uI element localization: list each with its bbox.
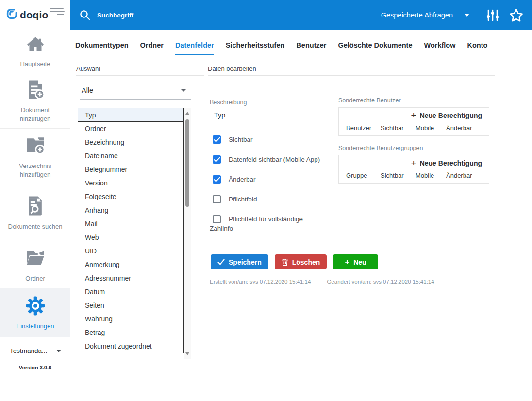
scroll-down-icon[interactable] <box>185 352 189 355</box>
search-icon <box>79 9 91 21</box>
new-permission-label: Neue Berechtigung <box>420 112 482 119</box>
description-label: Beschreibung <box>210 99 247 106</box>
panel-sonderrechte-benutzer: Sonderrechte Benutzer+Neue BerechtigungB… <box>338 97 489 136</box>
list-item-seiten[interactable]: Seiten <box>78 299 183 312</box>
list-item-folgeseite[interactable]: Folgeseite <box>78 190 183 203</box>
tab-sicherheitsstufen[interactable]: Sicherheitsstufen <box>226 41 285 55</box>
checkbox-sichtbar[interactable] <box>213 135 221 144</box>
list-item-anmerkung[interactable]: Anmerkung <box>78 258 183 271</box>
tab-dokumenttypen[interactable]: Dokumenttypen <box>75 41 129 55</box>
modified-meta: Geändert von/am: sys 07.12.2020 15:41:14 <box>327 279 434 284</box>
column-header-row: BenutzerSichtbarMobileÄnderbar <box>346 124 482 132</box>
sidebar-item-hauptseite[interactable]: Hauptseite <box>0 30 70 73</box>
column-header-mobile: Mobile <box>416 172 446 179</box>
new-permission-label: Neue Berechtigung <box>420 159 482 167</box>
divider <box>208 75 495 76</box>
sidebar: HauptseiteDokument hinzufügenVerzeichnis… <box>0 30 70 401</box>
sidebar-item-dokument-hinzufuegen[interactable]: Dokument hinzufügen <box>0 73 70 129</box>
list-item-uid[interactable]: UID <box>78 244 183 258</box>
list-item-bezeichnung[interactable]: Bezeichnung <box>78 135 183 149</box>
document-search-icon <box>24 195 47 219</box>
logo-text: doqio <box>20 9 49 21</box>
tab-ordner[interactable]: Ordner <box>140 41 164 55</box>
section-title-auswahl: Auswahl <box>76 65 100 72</box>
checkbox-row-datenfeld-sichtbar-mobile-app: Datenfeld sichtbar (Mobile App) <box>210 155 326 164</box>
save-button[interactable]: Speichern <box>211 254 268 269</box>
tab-konto[interactable]: Konto <box>467 41 488 55</box>
search-input[interactable] <box>97 12 243 19</box>
description-input[interactable]: Typ <box>214 111 225 119</box>
trash-icon <box>282 258 288 266</box>
checkbox-label: Pflichtfeld <box>229 196 257 203</box>
logo-area: doqio <box>0 0 70 30</box>
tenant-select[interactable]: Testmanda... <box>6 347 64 359</box>
sidebar-item-dokumente-suchen[interactable]: Dokumente suchen <box>0 184 70 241</box>
sidebar-item-ordner[interactable]: Ordner <box>0 241 70 288</box>
tab-benutzer[interactable]: Benutzer <box>296 41 326 55</box>
panel-title: Sonderrechte Benutzer <box>338 97 489 104</box>
checkbox-pflichtfeld[interactable] <box>213 195 221 203</box>
list-item-mail[interactable]: Mail <box>78 217 183 231</box>
topbar: Gespeicherte Abfragen <box>70 0 532 30</box>
home-icon <box>25 35 46 56</box>
gear-icon <box>25 295 46 318</box>
column-header-aenderbar: Änderbar <box>446 172 472 179</box>
list-item-betrag[interactable]: Betrag <box>78 326 183 339</box>
delete-button[interactable]: Löschen <box>275 254 327 269</box>
list-item-belegnummer[interactable]: Belegnummer <box>78 163 183 176</box>
checkbox-pflichtfeld-fuer-vollstaendige-zahlinfo[interactable] <box>213 215 221 223</box>
checkbox-group: SichtbarDatenfeld sichtbar (Mobile App)Ä… <box>210 135 326 244</box>
section-title-daten-bearbeiten: Daten bearbeiten <box>208 65 256 72</box>
sidebar-item-label: Dokumente suchen <box>8 222 63 231</box>
list-item-ordner[interactable]: Ordner <box>78 122 183 135</box>
field-listbox: TypOrdnerBezeichnungDateinameBelegnummer… <box>78 108 184 353</box>
checkbox-aenderbar[interactable] <box>213 175 221 184</box>
list-item-adressnummer[interactable]: Adressnummer <box>78 271 183 285</box>
list-item-web[interactable]: Web <box>78 231 183 244</box>
sidebar-item-label: Hauptseite <box>20 60 50 68</box>
document-add-icon <box>24 78 47 102</box>
scrollbar-thumb[interactable] <box>185 119 189 207</box>
list-scrollbar[interactable] <box>184 108 191 359</box>
sidebar-item-label: Dokument hinzufügen <box>8 106 63 123</box>
hamburger-menu-icon[interactable] <box>50 8 65 16</box>
list-item-datum[interactable]: Datum <box>78 285 183 299</box>
saved-queries-dropdown[interactable]: Gespeicherte Abfragen <box>381 11 469 19</box>
checkbox-label: Datenfeld sichtbar (Mobile App) <box>229 156 320 163</box>
favorites-star-icon[interactable] <box>509 8 524 23</box>
scroll-up-icon[interactable] <box>185 112 189 115</box>
list-item-dateiname[interactable]: Dateiname <box>78 149 183 163</box>
checkbox-row-pflichtfeld-fuer-vollstaendige-zahlinfo: Pflichtfeld für vollständige Zahlinfo <box>210 215 326 233</box>
column-header-mobile: Mobile <box>416 124 446 132</box>
checkbox-row-pflichtfeld: Pflichtfeld <box>210 195 326 204</box>
checkbox-label: Änderbar <box>229 176 256 183</box>
list-item-anhang[interactable]: Anhang <box>78 203 183 217</box>
sidebar-item-einstellungen[interactable]: Einstellungen <box>0 288 70 337</box>
list-item-version[interactable]: Version <box>78 176 183 190</box>
new-permission-button[interactable]: +Neue Berechtigung <box>346 159 482 167</box>
sidebar-item-label: Verzeichnis hinzufügen <box>8 162 63 179</box>
tenant-label: Testmanda... <box>10 347 47 354</box>
list-item-dokument-zugeordnet[interactable]: Dokument zugeordnet <box>78 339 183 353</box>
list-item-waehrung[interactable]: Währung <box>78 312 183 326</box>
filter-sliders-icon[interactable] <box>486 9 499 22</box>
sidebar-item-verzeichnis-hinzufuegen[interactable]: Verzeichnis hinzufügen <box>0 129 70 184</box>
field-filter-select[interactable]: Alle <box>80 86 191 100</box>
sidebar-item-label: Ordner <box>25 274 45 283</box>
plus-icon: + <box>411 160 416 167</box>
app-logo[interactable]: doqio <box>6 7 49 22</box>
checkbox-datenfeld-sichtbar-mobile-app[interactable] <box>213 155 221 164</box>
list-item-typ[interactable]: Typ <box>78 108 183 122</box>
new-permission-button[interactable]: +Neue Berechtigung <box>346 112 482 119</box>
new-button[interactable]: + Neu <box>333 254 378 269</box>
tab-geloeschte-dokumente[interactable]: Gelöschte Dokumente <box>338 41 412 55</box>
tab-datenfelder[interactable]: Datenfelder <box>175 41 214 55</box>
field-filter-value: Alle <box>82 86 93 94</box>
saved-queries-label: Gespeicherte Abfragen <box>381 11 453 19</box>
chevron-down-icon <box>181 89 186 92</box>
folder-icon <box>24 247 47 271</box>
chevron-down-icon <box>56 350 61 352</box>
panel-box: +Neue BerechtigungGruppeSichtbarMobileÄn… <box>338 155 489 184</box>
check-icon <box>217 259 225 265</box>
tab-workflow[interactable]: Workflow <box>424 41 456 55</box>
